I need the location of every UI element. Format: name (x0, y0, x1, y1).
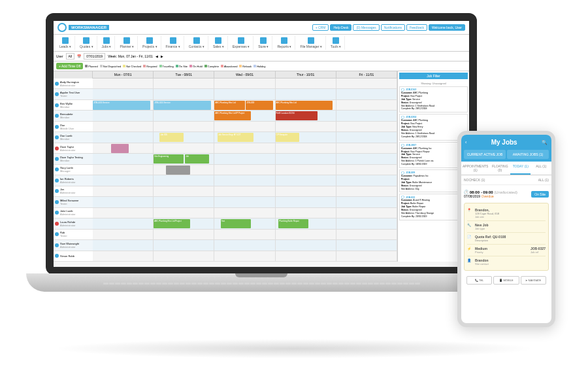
tab-current[interactable]: CURRENT ACTIVE JOB (464, 150, 506, 159)
schedule-body: Andy HarringtonAdministratorAquiler Test… (54, 78, 397, 262)
help-button[interactable]: Help Desk (330, 24, 351, 31)
user-row[interactable]: Dave Taylor TestingMember (54, 154, 93, 164)
legend-item: Holiday (253, 63, 265, 69)
panel-title[interactable]: Job Filter (399, 73, 468, 79)
job-block[interactable]: Plumbing Boiler Repair (278, 219, 308, 228)
legend-item: Abandoned (221, 63, 237, 69)
logo-text: WORKSMANAGER (69, 25, 109, 30)
user-row[interactable]: Ben WyllieMember (54, 100, 93, 111)
toolbar-tools[interactable]: Tools ▾ (327, 36, 345, 50)
job-block[interactable]: Test (221, 219, 251, 228)
user-row[interactable]: Dave TaylorAdministrator (54, 143, 93, 154)
phone-subtab[interactable]: TODAY (1) (510, 162, 531, 175)
job-block[interactable]: Job 005 (159, 133, 184, 142)
user-row[interactable]: Jake LambAdministrator (54, 208, 93, 218)
toolbar-finance[interactable]: Finance ▾ (163, 36, 184, 50)
job-block[interactable]: ABC Plumbing Elec Ltd IP Project (214, 111, 250, 120)
back-icon[interactable]: ‹ (465, 140, 466, 145)
phone-screen: ‹ My Jobs 🔍 CURRENT ACTIVE JOB AWAITING … (461, 135, 551, 323)
user-filter[interactable]: All (66, 53, 75, 60)
job-block[interactable] (166, 165, 190, 175)
user-row[interactable]: Andy HarringtonAdministrator (54, 78, 93, 89)
toolbar-planner[interactable]: Planner ▾ (116, 36, 138, 50)
messages-button[interactable]: (0) Messages (353, 24, 379, 31)
legend-item: Required (143, 63, 157, 69)
job-block[interactable]: ABC Plumbing Elec Ltd Project (154, 219, 189, 228)
job-block[interactable]: Job (185, 154, 209, 164)
user-row[interactable]: Sam WainwrightAdministrator (54, 240, 93, 251)
job-block[interactable]: CP Newquite (276, 133, 300, 142)
status-legend: + Add Time Off PlannedNot DispatchedNot … (54, 61, 469, 71)
job-block[interactable]: JOB-1455 Service (93, 101, 150, 110)
user-row[interactable]: Simon Robb (54, 251, 93, 262)
user-row[interactable]: BernadetteMember (54, 111, 93, 121)
app-logo[interactable]: WORKSMANAGER (57, 23, 109, 32)
feedback-button[interactable]: Feedback (406, 24, 427, 31)
schedule-header: Mon - 07/01Tue - 08/01Wed - 09/01Thur - … (54, 71, 397, 78)
job-block[interactable] (111, 144, 129, 153)
job-block[interactable]: Job Service Engr MT LDT (218, 133, 253, 142)
phone-actions: 📞 TEL 📱 MOBILE ➤ NAVIGATE (464, 273, 549, 287)
app-header: WORKSMANAGER + CRM Help Desk (0) Message… (54, 21, 469, 35)
toolbar-reports[interactable]: Reports ▾ (274, 36, 295, 50)
user-row[interactable]: DanMobile User (54, 122, 93, 132)
panel-showing: Showing: Unassigned (399, 80, 468, 86)
date-input[interactable]: 07/01/2019 (84, 53, 105, 60)
user-row[interactable]: Gary LambManager (54, 165, 93, 175)
job-block[interactable]: Refill Location 01234 (276, 111, 318, 120)
toolbar-projects[interactable]: Projects ▾ (139, 36, 161, 50)
tel-button[interactable]: 📞 TEL (466, 276, 492, 285)
user-row[interactable]: JimAdministrator (54, 186, 93, 197)
day-header: Mon - 07/01 (93, 71, 154, 78)
day-header: Fri - 11/01 (336, 71, 397, 78)
job-block[interactable]: ABC Plumbing Elec Ltd (214, 101, 244, 110)
toolbar-sales[interactable]: Sales ▾ (210, 36, 228, 50)
week-label: Week: Mon, 07 Jan - Fri, 11/01 (108, 54, 153, 58)
legend-item: Not Checked (123, 63, 141, 69)
job-time-row: 🕐 08:00 - 09:00 (Unallocated) 07/08/2019… (464, 188, 549, 200)
main-toolbar: Leads ▾Quotes ▾Jobs ▾Planner ▾Projects ▾… (54, 35, 469, 52)
phone-subtab[interactable]: APPOINTMENTS (1) (461, 162, 489, 175)
header-buttons: + CRM Help Desk (0) Messages Notificatio… (312, 24, 465, 31)
user-row[interactable]: Milind SonawneTester (54, 197, 93, 207)
user-row[interactable]: RobTester (54, 230, 93, 240)
toolbar-file manager[interactable]: File Manager ▾ (297, 36, 326, 50)
mobile-button[interactable]: 📱 MOBILE (493, 276, 519, 285)
users-column: Andy HarringtonAdministratorAquiler Test… (54, 78, 93, 262)
add-timeoff-button[interactable]: + Add Time Off (56, 63, 83, 69)
legend-item: On Hold (189, 63, 203, 69)
search-icon[interactable]: 🔍 (542, 140, 547, 145)
laptop-device: WORKSMANAGER + CRM Help Desk (0) Message… (26, 13, 497, 334)
legend-item: Planned (85, 63, 98, 69)
phone-subtab[interactable]: FLOATING (0) (489, 162, 510, 175)
crm-button[interactable]: + CRM (312, 24, 329, 31)
phone-header: ‹ My Jobs 🔍 (461, 135, 551, 150)
schedule-grid[interactable]: JOB-1455 ServiceJOB-1455 ServiceJob 005S… (93, 78, 397, 262)
tab-awaiting[interactable]: AWAITING JOBS (1) (507, 150, 549, 159)
legend-item: Complete (204, 63, 219, 69)
toolbar-expenses[interactable]: Expenses ▾ (229, 36, 253, 50)
phone-job-detail: 🕐 08:00 - 09:00 (Unallocated) 07/08/2019… (461, 185, 551, 290)
welcome-label[interactable]: Welcome back, User (429, 24, 465, 31)
toolbar-contacts[interactable]: Contacts ▾ (186, 36, 208, 50)
job-block[interactable]: ABC Plumbing Elec Ltd (276, 101, 333, 110)
toolbar-quotes[interactable]: Quotes ▾ (76, 36, 97, 50)
user-row[interactable]: Laura RohdeAdministrator (54, 218, 93, 229)
notifications-button[interactable]: Notifications (381, 24, 405, 31)
job-card[interactable]: JOB-0162Customer: ABC PlumbingProject: G… (399, 86, 468, 113)
toolbar-leads[interactable]: Leads ▾ (56, 36, 75, 50)
job-block[interactable]: Site Engineering (154, 154, 184, 164)
job-block[interactable]: JOB-033 (246, 101, 272, 110)
job-block[interactable]: JOB-1455 Service (154, 101, 211, 110)
user-row[interactable]: Aquiler Test UserTester (54, 89, 93, 99)
job-detail-card[interactable]: 📍Brandon,128 Cape Road, 658Job site🔧New … (464, 203, 549, 271)
user-row[interactable]: Ian RobertsAdministrator (54, 175, 93, 186)
logo-icon (57, 23, 67, 32)
day-header: Tue - 08/01 (154, 71, 214, 78)
toolbar-store[interactable]: Store ▾ (255, 36, 272, 50)
phone-subtab[interactable]: ALL (1) (531, 162, 551, 175)
onsite-badge[interactable]: On Site (531, 191, 549, 198)
user-row[interactable]: Dan LambMember (54, 132, 93, 143)
toolbar-jobs[interactable]: Jobs ▾ (99, 36, 116, 50)
navigate-button[interactable]: ➤ NAVIGATE (521, 276, 546, 285)
